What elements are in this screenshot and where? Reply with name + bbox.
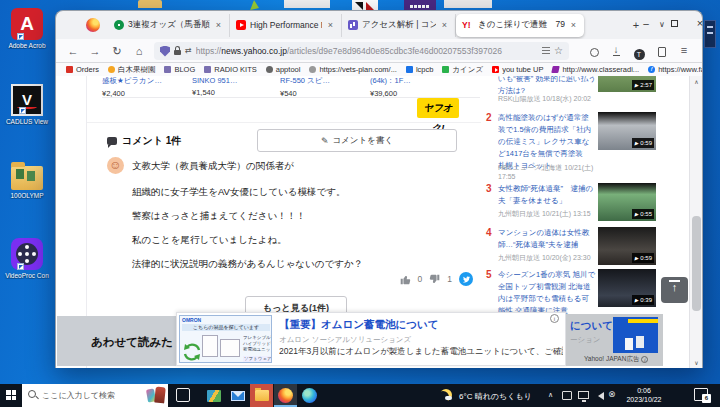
bookmark-item[interactable]: apptool xyxy=(266,65,301,74)
ad-info-icon[interactable] xyxy=(550,314,559,323)
video-thumbnail[interactable]: 0:59 xyxy=(598,227,656,265)
minimize-button[interactable] xyxy=(636,15,656,33)
bookmark-item[interactable]: https://vets-plan.com/... xyxy=(309,65,397,74)
shortcut-arrow-icon xyxy=(17,33,24,40)
ranking-title-link[interactable]: 今シーズン1番の寒気 旭川で全国トップ初雪観測 北海道内は平野部でも雪積もる可能… xyxy=(498,269,596,317)
write-comment-button[interactable]: コメントを書く xyxy=(257,129,457,152)
desktop-icon-videoproc[interactable]: VideoProc Con xyxy=(3,238,51,279)
back-button[interactable] xyxy=(64,42,82,60)
search-input[interactable] xyxy=(42,391,130,400)
ranking-title-link[interactable]: 女性教師“死体遺棄” 逮捕の夫「妻を休ませる」 xyxy=(498,183,596,207)
action-center-icon[interactable]: 6 xyxy=(694,388,708,401)
taskbar-app-firefox[interactable] xyxy=(274,384,297,407)
desktop-icon-cadlus[interactable]: V CADLUS View xyxy=(3,84,51,125)
omron-logo: OMRON xyxy=(182,317,201,323)
taskbar-app-edge[interactable] xyxy=(298,384,321,407)
video-thumbnail[interactable]: 0:59 xyxy=(598,112,656,150)
ad-info-icon[interactable] xyxy=(641,356,648,363)
taskbar-app-mail[interactable] xyxy=(226,384,249,407)
rank-number: 4 xyxy=(486,227,492,238)
tab-close-icon[interactable] xyxy=(326,21,335,30)
bookmark-item[interactable]: lcpcb xyxy=(406,65,434,74)
search-highlight-decoration[interactable] xyxy=(147,387,165,404)
bookmark-item[interactable]: 白木果樹園 xyxy=(108,65,156,75)
tray-status-icon[interactable] xyxy=(608,390,616,399)
bookmark-item[interactable]: https://www.facebook... xyxy=(648,65,702,74)
scroll-to-top-button[interactable] xyxy=(661,277,688,303)
sidebar-page-icon[interactable] xyxy=(654,43,670,59)
videoproc-icon xyxy=(11,238,43,270)
taskbar-clock[interactable]: 0:06 2023/10/22 xyxy=(622,387,666,404)
display-ad-thumbnail[interactable] xyxy=(613,317,658,353)
video-thumbnail[interactable]: 0:55 xyxy=(598,183,656,221)
thumb-up-icon[interactable] xyxy=(400,274,411,285)
tracking-shield-icon[interactable] xyxy=(160,46,170,57)
auction-item-link[interactable]: 盛板★ピラカン… xyxy=(102,76,188,86)
bookmark-star-icon[interactable] xyxy=(554,45,563,57)
ad-headline-link[interactable]: 【重要】オムロン蓄電池について xyxy=(279,318,438,332)
maximize-button[interactable] xyxy=(664,15,684,33)
commenter-avatar xyxy=(107,157,124,174)
home-button[interactable] xyxy=(130,42,148,60)
menu-icon[interactable] xyxy=(676,43,692,59)
scrollbar-up-icon[interactable] xyxy=(690,78,702,85)
desktop-partial-plant-icon xyxy=(248,0,259,10)
permissions-icon[interactable] xyxy=(185,46,192,56)
omron-ad-banner[interactable]: OMRON こちらの製品を探しています フレキシブル蓄電システム/ ハイブリッド… xyxy=(176,312,566,366)
tab-yahoo-news-active[interactable]: きのこ採りで遭難 79歳男性が… xyxy=(456,14,584,37)
downloads-icon[interactable] xyxy=(608,43,624,59)
ranking-title-link[interactable]: マンションの遺体は女性教師…“死体遺棄”夫を逮捕 xyxy=(498,227,596,251)
weather-text[interactable]: 6°C 晴れのちくもり xyxy=(459,391,532,402)
task-view-button[interactable] xyxy=(176,388,190,402)
auction-item-link[interactable]: SINKO 951… xyxy=(192,76,278,85)
tab-close-icon[interactable] xyxy=(569,21,578,30)
taskbar-app-explorer[interactable] xyxy=(250,384,273,407)
bookmark-item[interactable]: BLOG xyxy=(164,65,195,74)
clock-time: 0:06 xyxy=(622,387,666,396)
auction-item-link[interactable]: RF-550 スピ… xyxy=(280,76,366,86)
weather-moon-icon[interactable] xyxy=(440,389,452,401)
bookmark-item[interactable]: you tube UP xyxy=(492,65,543,74)
tab-analytics[interactable]: アクセス解析 | コントロールパネル | xyxy=(342,14,456,37)
tray-app-icon[interactable] xyxy=(562,391,572,400)
tab-close-icon[interactable] xyxy=(214,21,223,30)
tray-speaker-icon[interactable] xyxy=(594,392,604,400)
video-thumbnail[interactable]: 2:57 xyxy=(598,76,656,92)
taskbar-search[interactable] xyxy=(22,384,168,407)
tab-youtube[interactable]: High Performance Regenerativ xyxy=(230,14,342,37)
reader-mode-icon[interactable] xyxy=(542,47,550,55)
taskbar-app-photos[interactable] xyxy=(202,384,225,407)
scrollbar-thumb[interactable] xyxy=(692,216,701,311)
desktop-icon-100olymp[interactable]: 100OLYMP xyxy=(3,158,51,199)
vertical-scrollbar[interactable] xyxy=(689,76,702,368)
bookmark-item[interactable]: http://www.classeradi... xyxy=(552,65,639,74)
reload-button[interactable] xyxy=(108,42,126,60)
address-bar[interactable]: https://news.yahoo.co.jp/articles/d9e7e8… xyxy=(154,42,569,60)
close-button[interactable] xyxy=(690,15,710,33)
scrollbar-down-icon[interactable] xyxy=(690,359,702,366)
tab-odds[interactable]: 3連複オッズ（馬番順） JRA xyxy=(108,14,230,37)
bookmark-favicon xyxy=(164,66,171,73)
forward-button[interactable] xyxy=(86,42,104,60)
auction-item-link[interactable]: (64k)：1F… xyxy=(370,76,456,86)
shortcut-arrow-icon xyxy=(19,107,26,114)
yahuoku-badge[interactable]: ヤフオク! xyxy=(417,98,459,118)
tray-expand-icon[interactable] xyxy=(548,391,553,399)
tray-display-icon[interactable] xyxy=(578,391,589,399)
photos-icon xyxy=(207,390,221,402)
bookmark-item[interactable]: RADIO KITS xyxy=(204,65,257,74)
folder-icon xyxy=(11,166,43,190)
comments-header: コメント 1件 xyxy=(107,134,181,148)
tab-close-icon[interactable] xyxy=(440,21,449,30)
lock-icon[interactable] xyxy=(174,50,181,55)
bookmark-item[interactable]: カインズ xyxy=(442,65,483,75)
bookmark-item[interactable]: Orders xyxy=(66,65,99,74)
video-thumbnail[interactable]: 0:39 xyxy=(598,269,656,307)
extension-badge-icon[interactable] xyxy=(631,43,647,59)
pocket-icon[interactable] xyxy=(586,43,602,59)
desktop-icon-acrobat[interactable]: A Adobe Acrob xyxy=(3,8,51,49)
thumb-down-icon[interactable] xyxy=(429,274,440,285)
twitter-share-icon[interactable] xyxy=(459,272,473,286)
start-button[interactable] xyxy=(0,384,22,407)
tab-bar: 3連複オッズ（馬番順） JRA High Performance Regener… xyxy=(56,11,702,39)
